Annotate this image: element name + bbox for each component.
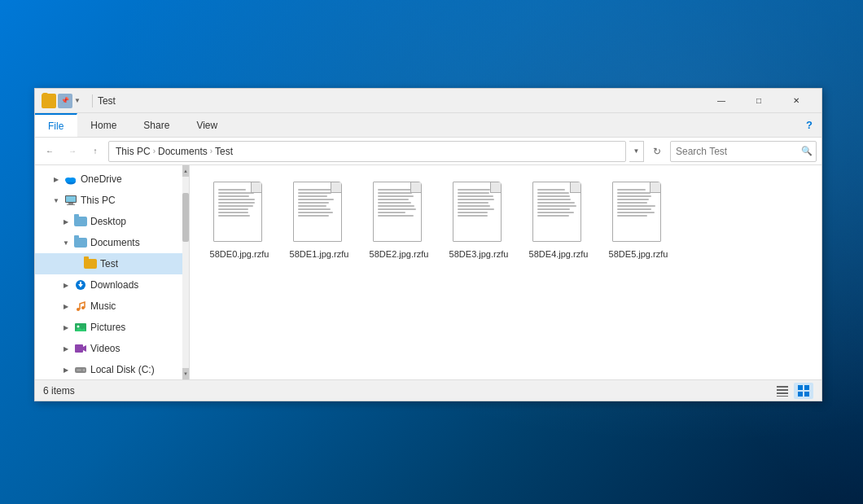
- scrollbar-thumb[interactable]: [182, 193, 189, 242]
- window-controls: — □ ✕: [703, 89, 815, 113]
- window-title: Test: [98, 95, 703, 107]
- file-name: 58DE2.jpg.rzfu: [370, 248, 429, 260]
- file-name: 58DE5.jpg.rzfu: [609, 248, 668, 260]
- drive-icon: [74, 363, 87, 376]
- list-item[interactable]: 58DE0.jpg.rzfu: [203, 178, 276, 263]
- svg-rect-19: [77, 370, 81, 371]
- sidebar-label-desktop: Desktop: [90, 216, 126, 227]
- item-count: 6 items: [43, 385, 75, 397]
- sidebar-item-videos[interactable]: Videos: [35, 338, 182, 359]
- main-content: OneDrive This PC Desktop: [35, 165, 821, 379]
- expand-pictures[interactable]: [61, 322, 71, 332]
- up-button[interactable]: ↑: [85, 142, 105, 161]
- file-icon: [453, 182, 505, 245]
- sidebar-item-pictures[interactable]: Pictures: [35, 317, 182, 338]
- list-item[interactable]: 58DE2.jpg.rzfu: [362, 178, 436, 263]
- svg-rect-25: [804, 385, 809, 390]
- file-icon: [532, 182, 585, 245]
- expand-documents[interactable]: [61, 238, 71, 248]
- scroll-down-button[interactable]: ▼: [182, 368, 189, 379]
- sidebar-label-onedrive: OneDrive: [81, 173, 122, 185]
- search-input[interactable]: [676, 146, 798, 157]
- path-documents: Documents: [158, 146, 208, 157]
- folder-icon-titlebar: [42, 94, 56, 108]
- svg-rect-4: [66, 196, 76, 202]
- expand-desktop[interactable]: [61, 217, 71, 226]
- svg-rect-15: [75, 344, 83, 353]
- sidebar-item-thispc[interactable]: This PC: [35, 190, 182, 211]
- svg-rect-5: [68, 203, 73, 204]
- file-name: 58DE0.jpg.rzfu: [210, 248, 269, 260]
- quick-access-chevron[interactable]: ▼: [74, 97, 81, 104]
- search-icon[interactable]: 🔍: [801, 146, 813, 156]
- sidebar-item-desktop[interactable]: Desktop: [35, 211, 182, 232]
- path-test: Test: [215, 146, 233, 157]
- sidebar-item-localdisk[interactable]: Local Disk (C:): [35, 359, 182, 379]
- svg-rect-24: [798, 385, 803, 390]
- tab-view[interactable]: View: [183, 113, 231, 137]
- sidebar-label-pictures: Pictures: [90, 322, 125, 333]
- view-large-button[interactable]: [794, 383, 813, 399]
- expand-thispc[interactable]: [51, 195, 61, 205]
- svg-rect-23: [777, 396, 788, 397]
- address-dropdown[interactable]: ▼: [629, 141, 644, 162]
- sidebar-item-music[interactable]: Music: [35, 296, 182, 317]
- sidebar-label-localdisk: Local Disk (C:): [90, 364, 155, 375]
- tab-share[interactable]: Share: [130, 113, 183, 137]
- maximize-button[interactable]: □: [740, 89, 778, 113]
- expand-music[interactable]: [61, 301, 71, 311]
- expand-videos[interactable]: [61, 344, 71, 353]
- ribbon: File Home Share View ?: [35, 113, 821, 138]
- expand-localdisk[interactable]: [61, 365, 71, 375]
- list-item[interactable]: 58DE5.jpg.rzfu: [602, 178, 675, 263]
- help-button[interactable]: ?: [797, 113, 821, 137]
- svg-rect-22: [777, 392, 788, 394]
- quick-access-toolbar: 📌 ▼: [42, 94, 81, 108]
- sidebar-item-test[interactable]: Test: [35, 253, 182, 274]
- svg-rect-9: [80, 282, 81, 285]
- pin-button[interactable]: 📌: [58, 94, 72, 108]
- close-button[interactable]: ✕: [778, 89, 815, 113]
- document-icon: [453, 182, 502, 242]
- document-icon: [213, 182, 262, 242]
- svg-point-2: [69, 177, 76, 182]
- sidebar-label-music: Music: [90, 300, 116, 312]
- expand-onedrive[interactable]: [51, 174, 61, 184]
- file-icon: [373, 182, 425, 245]
- sidebar-item-downloads[interactable]: Downloads: [35, 274, 182, 296]
- tab-home[interactable]: Home: [77, 113, 130, 137]
- address-bar: ← → ↑ This PC › Documents › Test ▼ ↻ 🔍: [35, 138, 821, 165]
- document-icon: [373, 182, 422, 242]
- minimize-button[interactable]: —: [703, 89, 740, 113]
- view-details-button[interactable]: [773, 383, 792, 399]
- file-icon: [293, 182, 345, 245]
- document-icon: [612, 182, 661, 242]
- file-name: 58DE4.jpg.rzfu: [529, 248, 589, 260]
- expand-downloads[interactable]: [61, 280, 71, 290]
- scroll-up-button[interactable]: ▲: [182, 165, 189, 177]
- tab-file[interactable]: File: [35, 113, 77, 137]
- title-bar: 📌 ▼ Test — □ ✕: [35, 89, 821, 113]
- file-icon: [612, 182, 664, 245]
- svg-rect-27: [804, 392, 809, 397]
- refresh-button[interactable]: ↻: [647, 142, 667, 161]
- list-item[interactable]: 58DE3.jpg.rzfu: [442, 178, 515, 263]
- list-item[interactable]: 58DE1.jpg.rzfu: [283, 178, 356, 263]
- videos-icon: [74, 342, 87, 355]
- sidebar-item-onedrive[interactable]: OneDrive: [35, 169, 182, 190]
- svg-point-18: [83, 369, 85, 371]
- path-sep-2: ›: [210, 147, 212, 156]
- svg-rect-6: [67, 204, 75, 205]
- sidebar-item-documents[interactable]: Documents: [35, 232, 182, 253]
- title-separator: [92, 94, 93, 107]
- music-icon: [74, 300, 87, 313]
- address-path[interactable]: This PC › Documents › Test: [108, 141, 626, 162]
- file-explorer-window: 📌 ▼ Test — □ ✕ File Home Share View ? ← …: [34, 88, 822, 401]
- svg-rect-21: [777, 389, 788, 391]
- forward-button[interactable]: →: [63, 142, 82, 161]
- list-item[interactable]: 58DE4.jpg.rzfu: [522, 178, 595, 263]
- back-button[interactable]: ←: [40, 142, 59, 161]
- downloads-icon: [74, 278, 87, 291]
- svg-rect-20: [777, 386, 788, 388]
- document-icon: [293, 182, 342, 242]
